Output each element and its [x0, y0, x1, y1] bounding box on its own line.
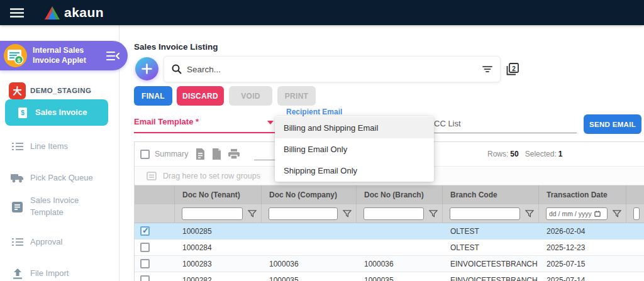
chevron-down-icon: [267, 121, 274, 124]
table-row[interactable]: 1000285 OLTEST 2026-02-04: [135, 223, 644, 240]
dropdown-option-shipping-only[interactable]: Shipping Email Only: [275, 160, 434, 181]
sales-invoice-icon: $: [14, 107, 31, 119]
sidebar-item-sales-invoice[interactable]: $ Sales Invoice: [5, 99, 108, 126]
sidebar-item-approval[interactable]: Approval: [0, 234, 119, 250]
filter-input-branch-code[interactable]: [450, 207, 520, 220]
filter-input-doc-no-branch[interactable]: [364, 207, 424, 220]
rows-count: 50: [510, 150, 518, 158]
sidebar: $ Internal Sales Invoice Applet DEMO_STA…: [0, 25, 119, 281]
top-bar: akaun: [0, 0, 644, 25]
table-row[interactable]: 1000282 1000035 1000035 EINVOICETESTBRAN…: [135, 272, 644, 281]
filter-input-doc-no-company[interactable]: [269, 207, 338, 220]
cell-branch-code: EINVOICETESTBRANCH: [443, 260, 539, 268]
cell-doc-no-branch: 1000036: [357, 260, 443, 268]
funnel-icon[interactable]: [613, 210, 621, 218]
row-checkbox[interactable]: [140, 226, 150, 236]
discard-button[interactable]: DISCARD: [177, 86, 224, 106]
summary-label: Summary: [155, 150, 188, 158]
row-group-icon: [147, 172, 157, 180]
add-button[interactable]: [135, 57, 158, 80]
funnel-icon[interactable]: [343, 210, 352, 218]
line-items-icon: [9, 142, 26, 151]
export-document-icon[interactable]: [196, 148, 205, 160]
email-template-label: Email Template *: [134, 117, 199, 126]
cell-branch-code: OLTEST: [443, 243, 539, 252]
sidebar-item-file-import[interactable]: File Import: [0, 265, 119, 281]
print-button: PRINT: [277, 86, 316, 106]
filter-2-icon[interactable]: 2: [505, 62, 520, 77]
svg-text:$: $: [21, 109, 25, 116]
cell-branch-code: EINVOICETESTBRANCH: [443, 276, 539, 281]
template-document-icon: [9, 202, 26, 212]
column-header-partial: [626, 185, 644, 204]
grid-header-row: Doc No (Tenant) Doc No (Company) Doc No …: [135, 185, 644, 204]
summary-checkbox[interactable]: [140, 150, 150, 159]
sidebar-item-label: Approval: [30, 236, 103, 248]
sidebar-item-line-items[interactable]: Line Items: [0, 138, 119, 155]
workspace-name: DEMO_STAGING: [30, 85, 103, 96]
cell-transaction-date: 2025-07-14: [539, 276, 626, 281]
column-header-doc-no-branch[interactable]: Doc No (Branch): [357, 185, 443, 204]
truck-icon: [9, 174, 26, 183]
sidebar-item-label: Pick Pack Queue: [30, 172, 103, 184]
row-checkbox[interactable]: [140, 259, 150, 268]
cell-transaction-date: 2025-12-23: [539, 243, 626, 252]
cell-doc-no-tenant: 1000285: [175, 227, 262, 236]
cell-transaction-date: 2025-07-15: [539, 260, 626, 268]
svg-text:$: $: [17, 57, 20, 63]
column-header-branch-code[interactable]: Branch Code: [443, 185, 539, 204]
upload-icon: [9, 268, 26, 279]
table-row[interactable]: 1000284 OLTEST 2025-12-23: [135, 240, 644, 256]
workspace-selector[interactable]: DEMO_STAGING: [0, 82, 119, 99]
page-title: Sales Invoice Listing: [134, 42, 218, 52]
row-checkbox[interactable]: [140, 243, 150, 252]
cell-doc-no-tenant: 1000284: [175, 243, 262, 252]
akaun-logo: akaun: [44, 5, 104, 20]
approval-list-icon: [9, 238, 26, 246]
column-header-doc-no-tenant[interactable]: Doc No (Tenant): [175, 185, 262, 204]
send-email-button[interactable]: SEND EMAIL: [584, 114, 641, 134]
email-template-select[interactable]: Email Template *: [134, 114, 275, 133]
printer-icon[interactable]: [228, 149, 240, 159]
sidebar-item-pick-pack-queue[interactable]: Pick Pack Queue: [0, 170, 119, 186]
sidebar-item-label: Sales Invoice Template: [30, 195, 103, 219]
column-header-doc-no-company[interactable]: Doc No (Company): [262, 185, 357, 204]
invoice-applet-icon: $: [4, 44, 27, 67]
search-icon: [172, 64, 182, 74]
selected-count: 1: [558, 150, 563, 158]
row-checkbox[interactable]: [140, 275, 150, 281]
applet-badge[interactable]: $ Internal Sales Invoice Applet: [0, 41, 128, 70]
main-content: Sales Invoice Listing 2 FINAL DISCARD VO…: [119, 25, 644, 281]
funnel-icon[interactable]: [248, 210, 257, 218]
workspace-icon: [9, 82, 26, 99]
table-row[interactable]: 1000283 1000036 1000036 EINVOICETESTBRAN…: [135, 256, 644, 272]
search-bar: [164, 56, 501, 82]
dropdown-option-billing-only[interactable]: Billing Email Only: [275, 138, 434, 160]
cell-doc-no-tenant: 1000282: [175, 276, 262, 281]
search-input[interactable]: [187, 65, 482, 74]
sidebar-item-sales-invoice-template[interactable]: Sales Invoice Template: [0, 194, 119, 220]
cell-doc-no-branch: 1000035: [357, 276, 443, 281]
collapse-sidebar-icon[interactable]: [106, 51, 120, 61]
blank-document-icon[interactable]: [212, 148, 221, 160]
sidebar-item-label: File Import: [30, 268, 103, 280]
cell-branch-code: OLTEST: [443, 227, 539, 236]
akaun-triangle-icon: [44, 6, 60, 20]
dropdown-option-billing-and-shipping[interactable]: Billing and Shipping Email: [275, 117, 434, 138]
sidebar-item-label: Line Items: [30, 141, 103, 153]
filter-tune-icon[interactable]: [482, 65, 492, 73]
recipient-email-label: Recipient Email: [286, 107, 342, 116]
filter-input-doc-no-tenant[interactable]: [182, 207, 243, 220]
email-template-dropdown: Billing and Shipping Email Billing Email…: [275, 116, 434, 182]
funnel-icon[interactable]: [429, 210, 438, 218]
hamburger-menu-icon[interactable]: [10, 8, 24, 18]
filter-input-partial[interactable]: [633, 207, 640, 220]
filter-date-input[interactable]: dd / mm / yyyy: [546, 207, 608, 220]
final-button[interactable]: FINAL: [134, 86, 172, 106]
cell-doc-no-company: 1000035: [262, 276, 357, 281]
calendar-icon: [594, 211, 601, 217]
column-header-transaction-date[interactable]: Transaction Date: [539, 185, 626, 204]
header-checkbox-column: [135, 185, 175, 204]
cc-list-input[interactable]: [434, 114, 577, 133]
funnel-icon[interactable]: [525, 210, 534, 218]
